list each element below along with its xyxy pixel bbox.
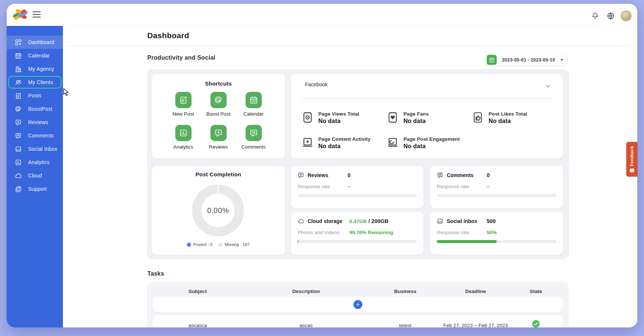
inbox-count: 500 [487,218,496,224]
shortcuts-title: Shortcuts [152,80,285,87]
add-task-row [153,297,563,312]
completion-percent: 0.00% [207,206,229,215]
sidebar-item-label: Dashboard [28,39,54,45]
task-row[interactable]: ascasca ascas tetest Feb 27, 2023 ~ Feb … [153,315,563,327]
comment-bubble-icon [15,132,22,139]
task-business: tetest [399,323,411,327]
tasks-table: Subject Description Business Deadline St… [147,282,569,327]
feedback-label: Feedback [630,146,634,166]
sidebar-item-label: Cloud [28,173,42,179]
calendar-button[interactable] [487,55,497,65]
sidebar-item-support[interactable]: Support [7,182,63,196]
inbox-response-rate: 50% [487,230,497,235]
stat-post-engagement: Page Post Engagement No data [386,136,460,150]
inbox-progress-bar [437,240,556,243]
sidebar-item-label: Support [28,186,47,192]
app-logo[interactable] [12,8,29,22]
select-underline [302,99,551,99]
date-range-picker[interactable]: 2023-05-01 - 2023-05-10 [486,54,567,66]
sidebar-item-social-inbox[interactable]: Social Inbox [7,142,63,156]
calendar-icon [245,92,262,108]
calendar-icon [489,57,495,63]
sidebar-item-dashboard[interactable]: Dashboard [7,36,63,49]
shortcut-analytics[interactable]: Analytics [166,125,201,150]
sidebar-item-my-clients[interactable]: My Clients [7,76,63,89]
comments-progress-bar [437,194,556,197]
inbox-icon [437,218,443,224]
add-task-button[interactable] [353,300,362,309]
legend-missing: Missing : 187 [218,242,250,247]
main-content: Productivity and Social 2023-05-01 - 202… [63,46,637,327]
cloud-progress-bar [298,240,417,243]
comments-icon [245,125,262,141]
post-add-icon [15,92,22,99]
sidebar-item-my-agency[interactable]: My Agency [7,62,63,76]
task-description: ascas [299,323,312,327]
reviews-icon [210,125,227,141]
sidebar-item-label: Analytics [28,159,50,165]
reviews-response-rate: -- [348,184,351,189]
help-icon [15,186,22,193]
donut-legend: Posted : 0 Missing : 187 [152,242,285,247]
tasks-col-description: Description [292,289,320,294]
task-subject: ascasca [188,323,207,327]
sidebar-item-reviews[interactable]: Reviews [7,116,63,129]
reviews-icon [298,172,304,179]
sidebar-item-label: Calendar [28,53,50,59]
tasks-col-subject: Subject [189,289,207,294]
sidebar-item-label: My Clients [28,79,53,85]
page-title: Dashboard [147,31,189,40]
sidebar-item-posts[interactable]: Posts [7,89,63,102]
analytics-icon [175,125,191,141]
content-activity-icon [301,136,314,149]
sidebar: Dashboard Calendar My Agency My Clients … [7,26,63,327]
post-completion-donut-chart: 0.00% [192,184,244,236]
boost-post-icon [210,92,227,108]
review-bubble-icon [15,119,22,126]
cloud-total: / 200GB [369,218,389,224]
sidebar-item-cloud[interactable]: Cloud [7,169,63,182]
post-completion-card: Post Completion 0.00% Posted : 0 Missing… [151,166,285,255]
shortcut-boost-post[interactable]: Boost Post [201,92,236,117]
tasks-col-business: Business [394,289,416,294]
app-window: Dashboard Calendar My Agency My Clients … [7,4,637,327]
sidebar-item-label: Reviews [28,119,48,125]
cloud-storage-card: Cloud storage 0.47GB / 200GB Photos and … [291,212,424,255]
post-engagement-icon [386,136,399,149]
date-range-value: 2023-05-01 - 2023-05-10 [497,57,560,63]
sidebar-item-calendar[interactable]: Calendar [7,49,63,62]
stat-post-likes: Post Likes Total No data [472,111,527,124]
post-likes-icon [472,111,484,124]
comments-count: 0 [487,172,490,178]
mouse-cursor [63,88,70,96]
menu-toggle-icon[interactable] [33,11,41,18]
sidebar-item-label: Social Inbox [28,146,57,152]
stat-content-activity: Page Content Activity No data [301,136,370,150]
stat-page-views: Page Views Total No data [301,111,359,124]
user-avatar[interactable] [620,10,632,21]
sidebar-item-boostpost[interactable]: BoostPost [7,102,63,116]
cloud-remaining: 99.76% Remaining [349,230,393,235]
shortcut-comments[interactable]: Comments [236,125,271,150]
network-select[interactable]: Facebook [305,81,328,87]
shortcut-reviews[interactable]: Reviews [201,125,236,150]
shortcut-calendar[interactable]: Calendar [236,92,271,117]
feedback-tab[interactable]: Feedback [626,142,637,177]
sidebar-item-comments[interactable]: Comments [7,129,63,142]
reviews-count: 0 [348,172,350,178]
smiley-icon [630,168,634,173]
topbar [7,4,637,26]
shortcut-new-post[interactable]: New Post [166,92,201,117]
sidebar-item-analytics[interactable]: Analytics [7,156,63,169]
chevron-down-icon[interactable] [546,83,550,87]
bar-chart-icon [15,159,22,166]
task-state-done-icon [532,320,540,327]
sidebar-item-label: BoostPost [28,106,53,112]
page-header: Dashboard [63,26,637,46]
chevron-down-icon [560,59,563,61]
notifications-bell-icon[interactable] [591,12,599,20]
sidebar-item-label: My Agency [28,66,54,72]
language-globe-icon[interactable] [607,12,615,20]
cloud-icon [298,218,304,224]
reviews-progress-bar [298,194,417,197]
